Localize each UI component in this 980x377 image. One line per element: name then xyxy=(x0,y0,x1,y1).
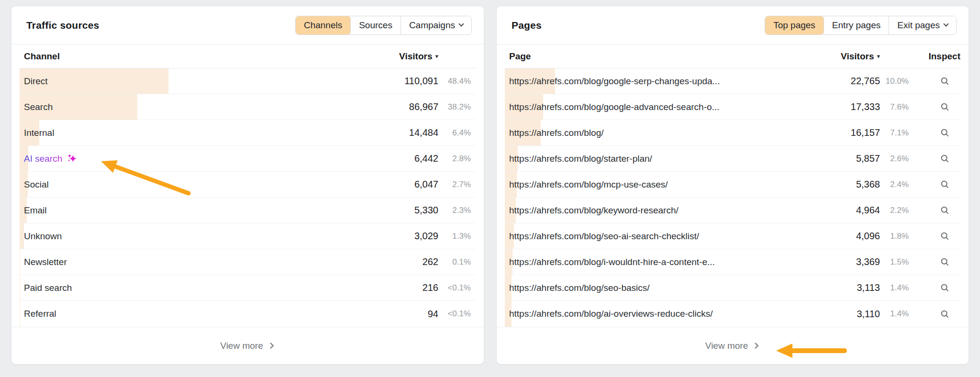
visitors-percent: 1.4% xyxy=(880,309,913,319)
page-url[interactable]: https://ahrefs.com/blog/starter-plan/ xyxy=(505,154,813,164)
page-url[interactable]: https://ahrefs.com/blog/mcp-use-cases/ xyxy=(505,179,813,190)
pages-table: Page Visitors ▾ Inspect https://ahrefs.c… xyxy=(497,44,969,327)
visitors-percent: <0.1% xyxy=(438,309,476,319)
channel-row[interactable]: Unknown 3,029 1.3% xyxy=(20,223,476,249)
traffic-sources-tab-group: Channels Sources Campaigns xyxy=(295,16,472,35)
channel-label: Unknown xyxy=(20,231,367,242)
chevron-down-icon xyxy=(458,21,464,26)
visitors-value: 262 xyxy=(367,256,438,267)
column-header-page[interactable]: Page xyxy=(505,51,813,62)
page-row[interactable]: https://ahrefs.com/blog/ai-overviews-red… xyxy=(505,301,960,327)
tab-channels[interactable]: Channels xyxy=(296,16,351,34)
tab-campaigns[interactable]: Campaigns xyxy=(401,16,471,34)
page-row[interactable]: https://ahrefs.com/blog/google-advanced-… xyxy=(505,94,960,120)
channel-row[interactable]: Internal 14,484 6.4% xyxy=(20,120,476,146)
visitors-value: 3,029 xyxy=(367,231,438,242)
page-row[interactable]: https://ahrefs.com/blog/keyword-research… xyxy=(505,198,960,223)
page-url[interactable]: https://ahrefs.com/blog/seo-ai-search-ch… xyxy=(505,231,813,242)
inspect-icon[interactable] xyxy=(940,257,950,267)
page-row[interactable]: https://ahrefs.com/blog/ 16,157 7.1% xyxy=(505,120,960,146)
pages-header: Pages Top pages Entry pages Exit pages xyxy=(497,6,969,44)
traffic-sources-table: Channel Visitors ▾ Direct 110,091 48.4% … xyxy=(11,44,484,327)
inspect-icon[interactable] xyxy=(940,128,950,138)
channel-row[interactable]: Email 5,330 2.3% xyxy=(20,198,476,223)
inspect-icon[interactable] xyxy=(940,231,950,241)
inspect-icon[interactable] xyxy=(940,283,950,293)
visitors-percent: 2.7% xyxy=(438,180,476,189)
channel-label: Internal xyxy=(20,128,367,138)
table-header: Channel Visitors ▾ xyxy=(20,44,476,68)
channel-label: Paid search xyxy=(20,283,367,293)
visitors-percent: 7.1% xyxy=(880,128,913,138)
column-header-visitors[interactable]: Visitors ▾ xyxy=(367,51,438,62)
visitors-value: 14,484 xyxy=(367,127,438,138)
inspect-icon[interactable] xyxy=(940,102,950,112)
page-row[interactable]: https://ahrefs.com/blog/google-serp-chan… xyxy=(505,68,960,94)
visitors-value: 5,368 xyxy=(813,179,880,190)
inspect-icon[interactable] xyxy=(940,205,950,215)
visitors-percent: 0.1% xyxy=(438,257,476,267)
page-row[interactable]: https://ahrefs.com/blog/seo-ai-search-ch… xyxy=(505,223,960,249)
page-url[interactable]: https://ahrefs.com/blog/keyword-research… xyxy=(505,205,813,216)
visitors-value: 22,765 xyxy=(813,76,880,87)
visitors-percent: 1.5% xyxy=(880,257,913,267)
view-more-button[interactable]: View more xyxy=(497,327,969,364)
inspect-icon[interactable] xyxy=(940,309,950,319)
traffic-sources-panel: Traffic sources Channels Sources Campaig… xyxy=(11,6,484,365)
channel-label: Newsletter xyxy=(20,257,367,267)
channel-row[interactable]: Direct 110,091 48.4% xyxy=(20,68,476,94)
channel-row[interactable]: Paid search 216 <0.1% xyxy=(20,275,476,301)
visitors-percent: 2.2% xyxy=(880,206,913,215)
chevron-right-icon xyxy=(753,342,760,349)
page-url[interactable]: https://ahrefs.com/blog/i-wouldnt-hire-a… xyxy=(505,257,813,267)
page-row[interactable]: https://ahrefs.com/blog/seo-basics/ 3,11… xyxy=(505,275,960,301)
view-more-button[interactable]: View more xyxy=(11,327,484,364)
visitors-value: 4,096 xyxy=(813,231,880,242)
column-header-visitors[interactable]: Visitors ▾ xyxy=(813,51,880,62)
visitors-percent: 2.4% xyxy=(880,180,913,189)
page-row[interactable]: https://ahrefs.com/blog/mcp-use-cases/ 5… xyxy=(505,172,960,198)
page-url[interactable]: https://ahrefs.com/blog/google-advanced-… xyxy=(505,102,813,112)
channel-row[interactable]: Search 86,967 38.2% xyxy=(20,94,476,120)
channel-row[interactable]: Social 6,047 2.7% xyxy=(20,172,476,198)
visitors-value: 3,110 xyxy=(813,309,880,320)
visitors-percent: <0.1% xyxy=(438,283,476,293)
page-url[interactable]: https://ahrefs.com/blog/ xyxy=(505,128,813,138)
page-row[interactable]: https://ahrefs.com/blog/starter-plan/ 5,… xyxy=(505,146,960,172)
visitors-percent: 1.4% xyxy=(880,283,913,293)
page-row[interactable]: https://ahrefs.com/blog/i-wouldnt-hire-a… xyxy=(505,249,960,275)
tab-sources[interactable]: Sources xyxy=(351,16,401,34)
visitors-percent: 2.6% xyxy=(880,154,913,164)
visitors-value: 3,113 xyxy=(813,282,880,293)
ai-sparkle-icon xyxy=(67,153,78,164)
table-header: Page Visitors ▾ Inspect xyxy=(505,44,960,68)
tab-exit-pages[interactable]: Exit pages xyxy=(889,16,956,34)
visitors-value: 5,330 xyxy=(367,205,438,216)
sort-desc-icon: ▾ xyxy=(435,53,438,59)
visitors-percent: 6.4% xyxy=(438,128,476,138)
page-url[interactable]: https://ahrefs.com/blog/seo-basics/ xyxy=(505,283,813,293)
pages-tab-group: Top pages Entry pages Exit pages xyxy=(765,16,957,35)
visitors-value: 17,333 xyxy=(813,101,880,112)
visitors-value: 86,967 xyxy=(367,101,438,112)
channel-row[interactable]: Newsletter 262 0.1% xyxy=(20,249,476,275)
page-title: Traffic sources xyxy=(26,20,99,31)
channel-row[interactable]: AI search 6,442 2.8% xyxy=(20,146,476,172)
visitors-value: 4,964 xyxy=(813,205,880,216)
tab-top-pages[interactable]: Top pages xyxy=(765,16,824,34)
page-url[interactable]: https://ahrefs.com/blog/ai-overviews-red… xyxy=(505,309,813,319)
channel-rows: Direct 110,091 48.4% Search 86,967 38.2%… xyxy=(20,68,476,327)
channel-row[interactable]: Referral 94 <0.1% xyxy=(20,301,476,327)
visitors-percent: 48.4% xyxy=(438,77,476,86)
tab-entry-pages[interactable]: Entry pages xyxy=(824,16,889,34)
visitors-value: 6,047 xyxy=(367,179,438,190)
inspect-icon[interactable] xyxy=(940,76,950,86)
column-header-channel[interactable]: Channel xyxy=(20,51,367,62)
inspect-icon[interactable] xyxy=(940,154,950,164)
visitors-value: 110,091 xyxy=(367,76,438,87)
inspect-icon[interactable] xyxy=(940,179,950,189)
page-url[interactable]: https://ahrefs.com/blog/google-serp-chan… xyxy=(505,76,813,87)
visitors-percent: 10.0% xyxy=(880,77,913,86)
page-title: Pages xyxy=(512,20,542,31)
channel-label: Search xyxy=(20,102,367,112)
